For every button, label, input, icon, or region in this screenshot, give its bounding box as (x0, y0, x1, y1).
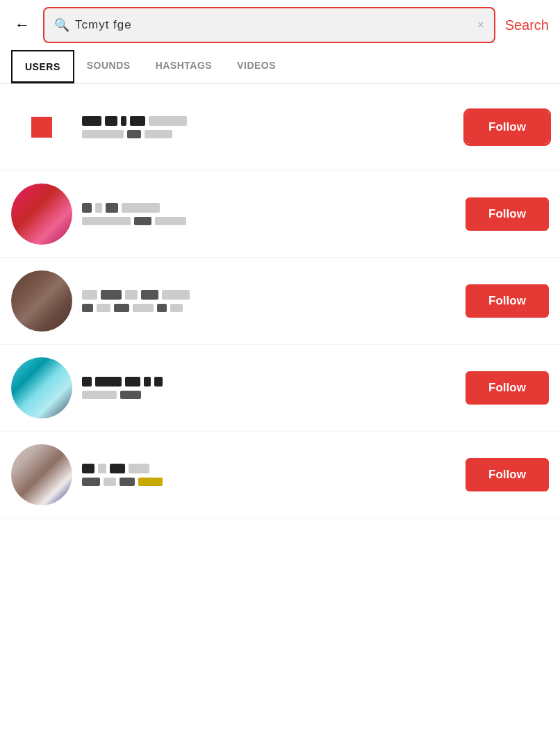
tabs-bar: USERS SOUNDS HASHTAGS VIDEOS (0, 50, 560, 84)
handle-block (104, 478, 116, 486)
back-button[interactable]: ← (8, 11, 36, 39)
name-block (154, 377, 163, 387)
tab-videos[interactable]: VIDEOS (224, 50, 288, 83)
list-item: Follow (0, 258, 560, 345)
name-block (82, 203, 92, 213)
user-name (82, 377, 456, 387)
tab-sounds[interactable]: SOUNDS (74, 50, 143, 83)
name-block (125, 290, 138, 300)
handle-block (114, 304, 129, 312)
avatar (11, 97, 72, 158)
handle-block (157, 304, 167, 312)
tab-hashtags[interactable]: HASHTAGS (143, 50, 225, 83)
back-icon: ← (15, 16, 30, 34)
handle-block (82, 130, 124, 138)
follow-button[interactable]: Follow (466, 371, 549, 405)
name-block (122, 203, 160, 213)
follow-button[interactable]: Follow (466, 458, 549, 491)
name-block (130, 116, 145, 126)
name-block (82, 290, 97, 300)
avatar (11, 357, 72, 418)
name-block (121, 116, 126, 126)
user-name (82, 203, 456, 213)
name-block (82, 116, 101, 126)
name-block (95, 203, 102, 213)
user-info (82, 203, 456, 225)
follow-button[interactable]: Follow (466, 197, 549, 231)
name-block (105, 116, 117, 126)
clear-icon[interactable]: × (477, 19, 484, 31)
name-block (125, 377, 140, 387)
name-block (101, 290, 122, 300)
handle-block (138, 478, 163, 486)
list-item: Follow (0, 345, 560, 432)
user-name (82, 116, 456, 126)
search-bar[interactable]: 🔍 Tcmyt fge × (43, 7, 495, 43)
user-name (82, 290, 456, 300)
name-block (129, 464, 149, 473)
user-name (82, 464, 456, 473)
handle-block (82, 304, 93, 312)
handle-block (133, 304, 154, 312)
user-handle (82, 304, 456, 312)
user-list: Follow Follow (0, 84, 560, 519)
list-item: Follow (0, 171, 560, 258)
name-block (95, 377, 122, 387)
name-block (141, 290, 158, 300)
header: ← 🔍 Tcmyt fge × Search (0, 0, 560, 50)
user-info (82, 464, 456, 486)
name-block (144, 377, 151, 387)
avatar (11, 444, 72, 505)
user-info (82, 116, 456, 138)
handle-block (82, 478, 100, 486)
handle-block (120, 478, 135, 486)
list-item: Follow (0, 84, 560, 171)
avatar (11, 270, 72, 332)
name-block (162, 290, 190, 300)
handle-block (170, 304, 183, 312)
name-block (110, 464, 125, 473)
handle-block (97, 304, 110, 312)
user-info (82, 377, 456, 399)
list-item: Follow (0, 432, 560, 519)
handle-block (82, 391, 117, 399)
search-button[interactable]: Search (502, 17, 552, 33)
name-block (98, 464, 106, 473)
handle-block (145, 130, 172, 138)
user-handle (82, 478, 456, 486)
avatar (11, 184, 72, 245)
search-icon: 🔍 (54, 17, 69, 33)
name-block (149, 116, 187, 126)
tab-users[interactable]: USERS (11, 50, 74, 83)
search-input[interactable]: Tcmyt fge (75, 18, 472, 32)
follow-button[interactable]: Follow (466, 284, 549, 318)
user-handle (82, 217, 456, 225)
handle-block (155, 217, 186, 225)
name-block (106, 203, 118, 213)
user-info (82, 290, 456, 312)
user-handle (82, 391, 456, 399)
user-handle (82, 130, 456, 138)
name-block (82, 464, 94, 473)
handle-block (120, 391, 141, 399)
handle-block (134, 217, 151, 225)
handle-block (82, 217, 131, 225)
follow-button[interactable]: Follow (466, 111, 549, 144)
handle-block (127, 130, 141, 138)
name-block (82, 377, 92, 387)
